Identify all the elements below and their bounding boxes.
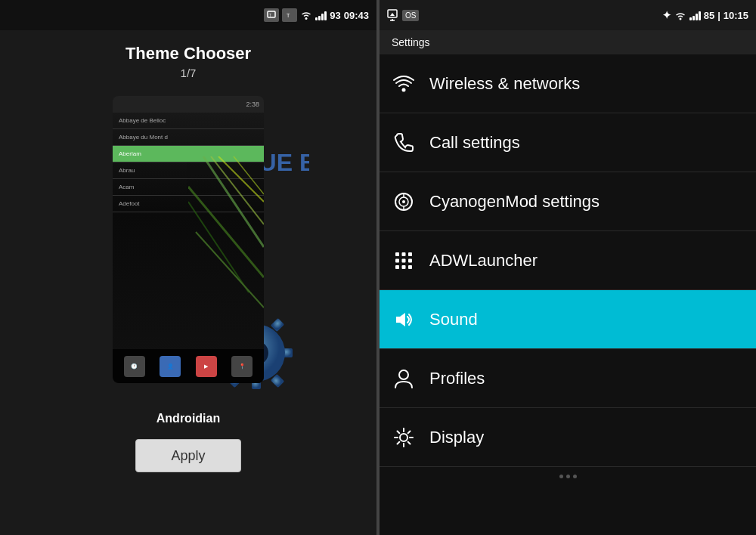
wireless-label: Wireless & networks [429,74,580,94]
svg-rect-34 [408,252,412,256]
wifi-icon-right [674,10,686,20]
cyanogen-icon [392,190,416,214]
svg-line-49 [408,441,411,444]
adw-icon [392,249,416,273]
signal-percent-left: 93 [330,10,340,21]
dock-clock: 🕐 [124,356,145,377]
status-bar-right: OS ✦ 85 | 10:15 [380,0,756,30]
right-status-right: ✦ 85 | 10:15 [662,9,748,21]
settings-item-call[interactable]: Call settings [380,113,756,172]
settings-item-profiles[interactable]: Profiles [380,349,756,408]
svg-rect-32 [395,252,399,256]
display-label: Display [429,428,484,447]
svg-rect-38 [395,265,399,269]
status-bar-left: T T 93 09:43 [0,0,376,30]
wallpaper-decoration [188,156,264,323]
wireless-icon [392,72,416,96]
theme-name: Androidian [156,412,220,425]
svg-point-43 [400,434,407,441]
svg-text:T: T [287,13,290,18]
svg-marker-41 [396,313,405,326]
svg-point-3 [305,17,308,20]
svg-line-10 [196,232,264,308]
svg-rect-35 [395,258,399,262]
settings-item-sound[interactable]: Sound [380,290,756,349]
svg-line-50 [408,431,411,433]
svg-rect-40 [408,265,412,269]
profiles-icon [392,366,416,391]
svg-line-48 [398,431,400,433]
time-left: 09:43 [344,10,369,21]
phone-dock: 🕐 👤 ▶ 📍 [113,349,264,383]
wifi-icon-left [300,10,312,20]
bluetooth-icon: ✦ [662,9,671,21]
svg-rect-33 [402,252,406,256]
sound-icon [392,308,416,332]
left-status-icons: T T 93 09:43 [264,8,369,22]
adw-label: ADWLauncher [429,251,538,271]
dock-maps: 📍 [231,356,253,377]
notification-icon-2: T [282,8,297,22]
apply-label: Apply [171,448,205,464]
list-item-1: Abbaye de Belloc [113,113,264,129]
list-item-2: Abbaye du Mont d [113,129,264,146]
time-right: 10:15 [723,10,748,21]
call-label: Call settings [429,133,520,153]
svg-point-42 [399,370,408,379]
phone-preview: 2:38 Abbaye de Belloc Abbaye du Mont d A… [113,96,264,383]
theme-preview-area: BLUE B 2:38 Abbaye de Belloc Abbaye du M… [67,88,309,406]
dock-contacts: 👤 [160,356,181,377]
phone-screen: 2:38 Abbaye de Belloc Abbaye du Mont d A… [113,96,264,383]
phone-time: 2:38 [246,101,259,108]
settings-item-display[interactable]: Display [380,408,756,467]
signal-bars-right [689,10,701,20]
apply-button[interactable]: Apply [135,439,241,472]
svg-text:T: T [269,13,271,17]
signal-bars-left [315,10,327,20]
phone-status-bar: 2:38 [113,96,264,113]
left-panel: T T 93 09:43 Theme Chooser 1/ [0,0,376,535]
theme-title: Theme Chooser [125,44,251,63]
svg-point-29 [402,200,405,203]
settings-header: Settings [380,30,756,54]
svg-marker-24 [390,13,395,16]
right-status-left: OS [387,9,419,21]
svg-line-51 [398,441,400,444]
cyanogen-label: CyanogenMod settings [429,192,600,212]
signal-percent-right: 85 [704,10,714,21]
upload-icon [387,9,398,21]
settings-list: Wireless & networks Call settings [380,54,756,535]
settings-item-wireless[interactable]: Wireless & networks [380,54,756,113]
sound-label: Sound [429,310,478,329]
svg-point-26 [402,88,406,91]
settings-item-cyanogen[interactable]: CyanogenMod settings [380,172,756,231]
profiles-label: Profiles [429,369,485,388]
svg-rect-36 [402,258,406,262]
dock-market: ▶ [196,356,217,377]
svg-rect-39 [402,265,406,269]
display-icon [392,425,416,450]
more-items-indicator [380,467,756,485]
call-icon [392,131,416,155]
svg-line-4 [203,156,264,247]
theme-counter: 1/7 [181,66,197,79]
settings-item-adw[interactable]: ADWLauncher [380,231,756,290]
notification-icon-1: T [264,8,279,22]
svg-point-25 [679,18,681,20]
right-panel: OS ✦ 85 | 10:15 Settings [380,0,756,535]
svg-rect-37 [408,258,412,262]
svg-line-5 [211,156,264,224]
os-badge: OS [402,10,419,21]
